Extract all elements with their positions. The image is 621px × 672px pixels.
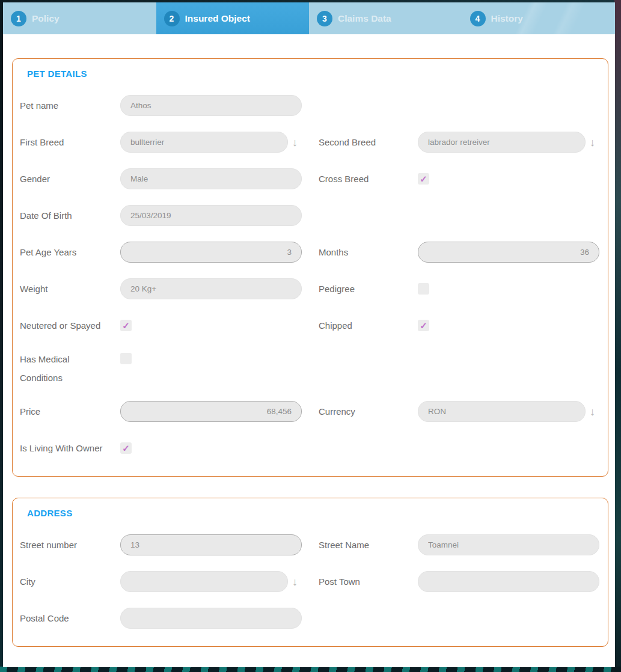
postal-code-cell — [120, 608, 319, 629]
app-window: 1 Policy 2 Insured Object 3 Claims Data … — [3, 2, 615, 667]
pedigree-cell: ✓ — [418, 283, 601, 295]
post-town-input[interactable] — [418, 571, 599, 592]
second-breed-cell: ↓ — [418, 132, 601, 153]
cross-breed-checkbox[interactable]: ✓ — [418, 173, 429, 185]
row-age: Pet Age Years Months — [20, 234, 601, 270]
tab-claims-data[interactable]: 3 Claims Data — [309, 2, 462, 34]
currency-label: Currency — [319, 402, 418, 421]
tab-insured-object[interactable]: 2 Insured Object — [156, 2, 310, 34]
neutered-or-spayed-cell: ✓ — [120, 320, 319, 331]
step-number-badge: 2 — [164, 11, 180, 26]
tab-insured-object-label: Insured Object — [185, 13, 251, 24]
row-living-with-owner: Is Living With Owner ✓ — [20, 430, 601, 466]
pet-age-years-label: Pet Age Years — [20, 243, 120, 261]
second-breed-select[interactable] — [418, 132, 586, 153]
form-content: PET DETAILS Pet name First Breed ↓ Secon… — [3, 34, 615, 647]
tab-policy-label: Policy — [32, 13, 60, 24]
dropdown-arrow-icon[interactable]: ↓ — [590, 406, 595, 417]
row-date-of-birth: Date Of Birth — [20, 197, 601, 234]
price-input[interactable] — [120, 401, 302, 422]
row-weight-pedigree: Weight Pedigree ✓ — [20, 270, 601, 307]
row-street: Street number Street Name — [20, 527, 601, 563]
dropdown-arrow-icon[interactable]: ↓ — [292, 576, 298, 587]
checkmark-icon: ✓ — [420, 321, 427, 330]
street-number-cell — [120, 534, 319, 555]
post-town-cell — [418, 571, 601, 592]
chipped-checkbox[interactable]: ✓ — [418, 320, 429, 331]
street-number-label: Street number — [20, 536, 120, 554]
postal-code-input[interactable] — [120, 608, 302, 629]
gender-cell — [120, 168, 319, 189]
months-label: Months — [319, 243, 418, 261]
first-breed-label: First Breed — [20, 133, 120, 151]
row-price-currency: Price Currency ↓ — [20, 393, 601, 430]
months-input[interactable] — [418, 242, 599, 263]
weight-label: Weight — [20, 279, 120, 298]
weight-input[interactable] — [120, 278, 302, 299]
row-has-medical: Has Medical Conditions ✓ — [20, 344, 601, 393]
checkmark-icon: ✓ — [420, 174, 427, 183]
tab-history-label: History — [491, 13, 523, 24]
post-town-label: Post Town — [319, 572, 418, 591]
date-of-birth-cell — [120, 205, 319, 226]
row-gender-crossbreed: Gender Cross Breed ✓ — [20, 160, 601, 197]
wizard-tab-bar: 1 Policy 2 Insured Object 3 Claims Data … — [3, 2, 615, 34]
pet-details-panel: PET DETAILS Pet name First Breed ↓ Secon… — [12, 58, 608, 477]
is-living-with-owner-checkbox[interactable]: ✓ — [120, 442, 132, 454]
first-breed-select[interactable] — [120, 132, 288, 153]
neutered-or-spayed-label: Neutered or Spayed — [20, 316, 120, 335]
pedigree-label: Pedigree — [319, 279, 418, 298]
street-name-label: Street Name — [319, 536, 418, 554]
tab-history[interactable]: 4 History — [462, 2, 616, 34]
months-cell — [418, 242, 601, 263]
gender-input[interactable] — [120, 168, 302, 189]
pet-details-title: PET DETAILS — [27, 69, 601, 79]
cross-breed-cell: ✓ — [418, 173, 601, 185]
city-label: City — [20, 572, 120, 591]
step-number-badge: 1 — [11, 11, 26, 26]
price-cell — [120, 401, 319, 422]
checkmark-icon: ✓ — [122, 321, 130, 330]
has-medical-conditions-label: Has Medical Conditions — [20, 350, 120, 387]
price-label: Price — [20, 402, 120, 421]
row-pet-name: Pet name — [20, 87, 601, 124]
has-medical-conditions-cell: ✓ — [120, 350, 319, 364]
address-panel: ADDRESS Street number Street Name City ↓… — [12, 498, 608, 647]
street-number-input[interactable] — [120, 534, 302, 555]
row-breed: First Breed ↓ Second Breed ↓ — [20, 124, 601, 160]
gender-label: Gender — [20, 170, 120, 188]
dropdown-arrow-icon[interactable]: ↓ — [292, 137, 298, 148]
weight-cell — [120, 278, 319, 299]
address-title: ADDRESS — [27, 508, 601, 518]
street-name-cell — [418, 534, 601, 555]
checkmark-icon: ✓ — [122, 444, 130, 453]
tab-claims-data-label: Claims Data — [338, 13, 391, 24]
row-neutered-chipped: Neutered or Spayed ✓ Chipped ✓ — [20, 307, 601, 344]
date-of-birth-input[interactable] — [120, 205, 302, 226]
first-breed-cell: ↓ — [120, 132, 319, 153]
row-city-posttown: City ↓ Post Town — [20, 563, 601, 600]
pet-name-cell — [120, 95, 319, 116]
has-medical-conditions-checkbox[interactable]: ✓ — [120, 353, 132, 364]
chipped-cell: ✓ — [418, 320, 601, 331]
dropdown-arrow-icon[interactable]: ↓ — [590, 137, 595, 148]
pet-name-label: Pet name — [20, 96, 120, 115]
step-number-badge: 3 — [317, 11, 332, 26]
neutered-or-spayed-checkbox[interactable]: ✓ — [120, 320, 132, 331]
tab-policy[interactable]: 1 Policy — [3, 2, 156, 34]
pedigree-checkbox[interactable]: ✓ — [418, 283, 429, 295]
city-cell: ↓ — [120, 571, 319, 592]
pet-name-input[interactable] — [120, 95, 302, 116]
step-number-badge: 4 — [470, 11, 486, 26]
pet-age-years-input[interactable] — [120, 242, 302, 263]
street-name-input[interactable] — [418, 534, 599, 555]
is-living-with-owner-label: Is Living With Owner — [20, 439, 120, 457]
city-select[interactable] — [120, 571, 288, 592]
is-living-with-owner-cell: ✓ — [120, 442, 319, 454]
second-breed-label: Second Breed — [319, 133, 418, 151]
postal-code-label: Postal Code — [20, 609, 120, 628]
date-of-birth-label: Date Of Birth — [20, 206, 120, 225]
currency-select[interactable] — [418, 401, 586, 422]
pet-age-years-cell — [120, 242, 319, 263]
cross-breed-label: Cross Breed — [319, 170, 418, 188]
